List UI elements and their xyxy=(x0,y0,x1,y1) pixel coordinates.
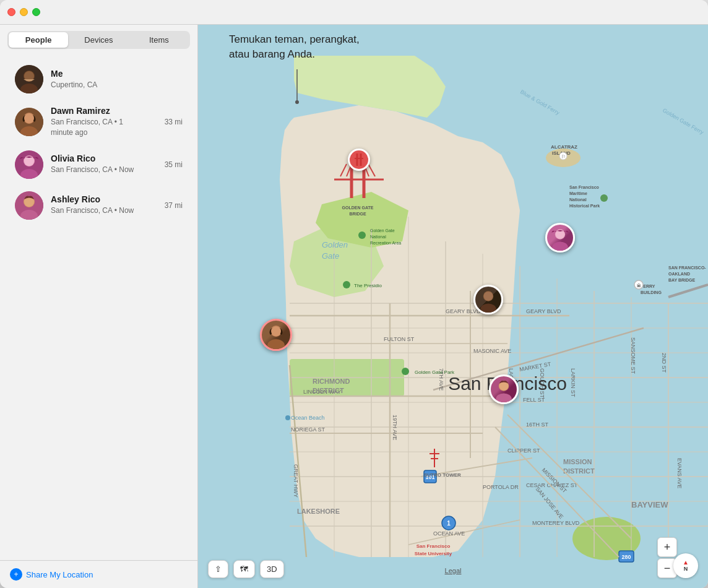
map-icon: 🗺 xyxy=(240,564,248,574)
person-name-dawn: Dawn Ramirez xyxy=(51,106,160,116)
svg-point-156 xyxy=(480,303,496,314)
svg-point-147 xyxy=(267,339,285,349)
svg-text:OAKLAND: OAKLAND xyxy=(668,272,690,276)
zoom-controls: + − xyxy=(657,537,677,578)
map-pin-dawn[interactable] xyxy=(260,319,292,351)
svg-text:GEARY BLVD: GEARY BLVD xyxy=(446,308,481,314)
people-list: Me Cupertino, CA xyxy=(0,54,197,560)
svg-text:BUILDING: BUILDING xyxy=(641,290,662,295)
svg-text:19TH AVE: 19TH AVE xyxy=(392,415,398,440)
map-pin-ashley[interactable] xyxy=(489,374,519,404)
sidebar: People Devices Items xyxy=(0,25,198,588)
svg-text:BRIDGE: BRIDGE xyxy=(349,212,366,216)
svg-text:2ND ST: 2ND ST xyxy=(661,353,667,373)
app-window: People Devices Items xyxy=(0,0,708,588)
compass[interactable]: ▲ N xyxy=(673,553,698,578)
svg-rect-17 xyxy=(198,56,297,557)
minimize-button[interactable] xyxy=(20,8,28,16)
maximize-button[interactable] xyxy=(32,8,40,16)
main-content: People Devices Items xyxy=(0,25,708,588)
svg-text:280: 280 xyxy=(621,554,631,560)
svg-text:Recreation Area: Recreation Area xyxy=(370,241,401,245)
svg-point-153 xyxy=(496,393,512,404)
map-svg: LINCOLN WAY NORIEGA ST GEARY BLVD GEARY … xyxy=(198,25,708,588)
svg-text:Golden: Golden xyxy=(322,240,348,249)
map-pin-olivia[interactable] xyxy=(545,223,575,253)
person-distance-olivia: 35 mi xyxy=(165,160,183,169)
svg-text:GOLDEN GATE: GOLDEN GATE xyxy=(342,205,374,210)
person-info-ashley: Ashley Rico San Francisco, CA • Now xyxy=(51,194,160,216)
person-location-olivia: San Francisco, CA • Now xyxy=(51,165,160,175)
tab-items[interactable]: Items xyxy=(129,32,189,48)
share-location[interactable]: + Share My Location xyxy=(0,560,197,588)
svg-point-96 xyxy=(285,415,290,420)
three-d-button[interactable]: 3D xyxy=(260,560,284,578)
zoom-in-button[interactable]: + xyxy=(657,537,677,557)
person-name-ashley: Ashley Rico xyxy=(51,194,160,204)
person-item-me[interactable]: Me Cupertino, CA xyxy=(5,59,192,100)
location-button[interactable]: ⇧ xyxy=(208,560,228,578)
person-location-me: Cupertino, CA xyxy=(51,80,183,90)
person-item-ashley[interactable]: Ashley Rico San Francisco, CA • Now 37 m… xyxy=(5,185,192,226)
svg-text:Historical Park: Historical Park xyxy=(569,204,600,208)
svg-text:OCEAN AVE: OCEAN AVE xyxy=(433,530,465,537)
tab-people[interactable]: People xyxy=(9,32,68,48)
svg-text:BAY BRIDGE: BAY BRIDGE xyxy=(668,278,696,282)
svg-text:State University: State University xyxy=(415,551,452,556)
share-location-icon: + xyxy=(10,568,22,581)
compass-arrow: ▲ xyxy=(683,560,689,566)
svg-point-157 xyxy=(484,292,493,301)
avatar-dawn xyxy=(15,108,43,136)
map-pin-golden-gate[interactable] xyxy=(348,149,370,171)
person-info-me: Me Cupertino, CA xyxy=(51,69,183,90)
person-info-olivia: Olivia Rico San Francisco, CA • Now xyxy=(51,153,160,175)
svg-text:MASONIC AVE: MASONIC AVE xyxy=(473,348,511,354)
map-controls-bottom: ⇧ 🗺 3D xyxy=(208,560,284,578)
svg-text:DISTRICT: DISTRICT xyxy=(563,467,595,475)
svg-text:San Francisco: San Francisco xyxy=(417,543,451,549)
svg-point-99 xyxy=(343,281,350,288)
svg-text:SAN FRANCISCO-: SAN FRANCISCO- xyxy=(668,266,706,270)
svg-text:EVANS AVE: EVANS AVE xyxy=(676,458,683,488)
tab-devices[interactable]: Devices xyxy=(69,32,128,48)
svg-point-150 xyxy=(552,241,568,252)
svg-text:🏛: 🏛 xyxy=(637,283,641,288)
legal-link[interactable]: Legal xyxy=(445,567,462,574)
svg-text:BAYVIEW: BAYVIEW xyxy=(631,500,668,509)
person-distance-dawn: 33 mi xyxy=(165,118,183,126)
compass-n-label: N xyxy=(684,566,688,572)
avatar-olivia xyxy=(15,150,43,179)
person-item-olivia[interactable]: Olivia Rico San Francisco, CA • Now 35 m… xyxy=(5,144,192,185)
svg-text:LARKIN ST: LARKIN ST xyxy=(570,368,576,397)
svg-text:FELL ST: FELL ST xyxy=(523,397,545,403)
svg-text:PORTOLA DR: PORTOLA DR xyxy=(483,484,519,490)
svg-text:Golden Gate Park: Golden Gate Park xyxy=(415,370,455,375)
svg-text:MONTEREY BLVD: MONTEREY BLVD xyxy=(532,520,580,526)
svg-point-114 xyxy=(600,194,608,202)
person-distance-ashley: 37 mi xyxy=(165,201,183,210)
svg-text:GEARY BLVD: GEARY BLVD xyxy=(526,308,561,314)
svg-text:The Presidio: The Presidio xyxy=(354,283,382,288)
svg-text:Golden Gate: Golden Gate xyxy=(370,228,395,233)
person-name-olivia: Olivia Rico xyxy=(51,153,160,163)
svg-text:Gate: Gate xyxy=(322,251,339,261)
svg-text:Ocean Beach: Ocean Beach xyxy=(291,415,325,421)
map-pin-me[interactable] xyxy=(473,285,503,314)
svg-text:Maritime: Maritime xyxy=(569,191,587,196)
svg-text:National: National xyxy=(370,235,386,239)
svg-text:1: 1 xyxy=(447,520,451,527)
title-bar xyxy=(0,0,708,25)
location-icon: ⇧ xyxy=(215,564,222,574)
close-button[interactable] xyxy=(7,8,15,16)
svg-text:RICHMOND: RICHMOND xyxy=(313,378,350,385)
svg-text:GREAT HWY: GREAT HWY xyxy=(293,464,299,498)
person-location-dawn: San Francisco, CA • 1minute ago xyxy=(51,117,160,138)
svg-text:SUTRO TOWER: SUTRO TOWER xyxy=(424,472,461,478)
svg-point-148 xyxy=(271,326,281,336)
svg-text:⚐: ⚐ xyxy=(561,154,566,160)
map-area[interactable]: LINCOLN WAY NORIEGA ST GEARY BLVD GEARY … xyxy=(198,25,708,588)
map-type-button[interactable]: 🗺 xyxy=(233,560,255,578)
share-location-label: Share My Location xyxy=(26,570,93,579)
svg-point-7 xyxy=(24,113,34,123)
person-item-dawn[interactable]: Dawn Ramirez San Francisco, CA • 1minute… xyxy=(5,100,192,144)
